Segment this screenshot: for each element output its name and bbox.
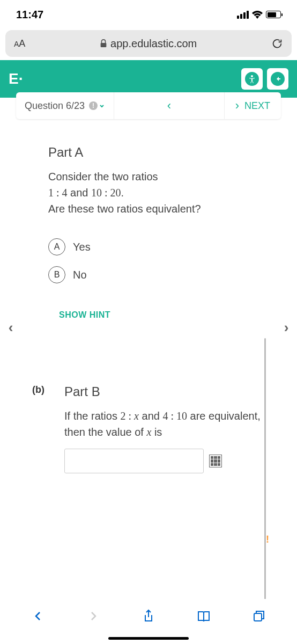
next-question-button[interactable]: › NEXT	[224, 92, 281, 119]
info-dropdown-icon[interactable]: !	[89, 101, 105, 110]
part-b-title: Part B	[64, 384, 265, 399]
part-b-label: (b)	[32, 384, 54, 473]
status-icons-group	[237, 11, 281, 19]
question-content-area: Part A Consider the two ratios 1 : 4 and…	[0, 134, 297, 599]
answer-input[interactable]	[64, 449, 204, 473]
answer-options: A Yes B No	[48, 233, 265, 289]
chevron-right-icon: ›	[284, 319, 289, 336]
accessibility-button[interactable]	[241, 68, 263, 90]
url-text: app.edulastic.com	[110, 38, 197, 50]
tabs-button[interactable]	[247, 604, 271, 628]
warning-icon: !	[266, 534, 269, 545]
cellular-signal-icon	[237, 11, 249, 19]
option-text: No	[73, 269, 87, 281]
show-hint-button[interactable]: SHOW HINT	[59, 310, 265, 320]
text-size-button[interactable]: AA	[14, 38, 25, 49]
part-b-question-text: If the ratios 2 : x and 4 : 10 are equiv…	[64, 408, 265, 440]
option-letter: B	[48, 266, 65, 283]
keypad-icon[interactable]	[209, 455, 222, 467]
question-counter[interactable]: Question 6/23 !	[16, 100, 114, 112]
back-arrow-icon	[271, 72, 285, 86]
chevron-left-icon: ‹	[9, 319, 13, 336]
svg-rect-0	[101, 43, 107, 47]
status-bar: 11:47	[0, 0, 297, 27]
scroll-indicator[interactable]	[264, 338, 266, 644]
accessibility-icon	[245, 72, 259, 86]
lock-icon	[100, 39, 107, 48]
content-nav-left[interactable]: ‹	[2, 311, 19, 343]
url-display[interactable]: app.edulastic.com	[25, 38, 271, 50]
chevron-right-icon: ›	[235, 99, 239, 113]
share-button[interactable]	[137, 604, 160, 628]
browser-back-button[interactable]	[26, 604, 50, 628]
refresh-icon[interactable]	[271, 38, 283, 49]
browser-forward-button[interactable]	[81, 604, 105, 628]
svg-text:!: !	[92, 102, 94, 109]
home-indicator[interactable]	[108, 637, 189, 640]
option-b[interactable]: B No	[48, 261, 265, 289]
part-a-title: Part A	[48, 145, 265, 160]
bookmarks-button[interactable]	[192, 604, 216, 628]
prev-question-button[interactable]: ‹	[114, 92, 224, 119]
content-nav-right[interactable]: ›	[278, 311, 295, 343]
svg-point-1	[251, 75, 253, 77]
wifi-icon	[252, 11, 263, 19]
option-letter: A	[48, 238, 65, 255]
option-a[interactable]: A Yes	[48, 233, 265, 261]
browser-url-bar[interactable]: AA app.edulastic.com	[5, 30, 292, 57]
back-button[interactable]	[267, 68, 288, 90]
part-a-question-text: Consider the two ratios 1 : 4 and 10 : 2…	[48, 169, 265, 217]
option-text: Yes	[73, 241, 91, 253]
svg-rect-4	[254, 613, 262, 621]
battery-icon	[266, 11, 281, 18]
question-navigation-bar: Question 6/23 ! ‹ › NEXT	[16, 92, 281, 119]
status-time: 11:47	[16, 9, 43, 21]
chevron-left-icon: ‹	[167, 99, 171, 113]
app-logo[interactable]: E·	[9, 70, 23, 87]
